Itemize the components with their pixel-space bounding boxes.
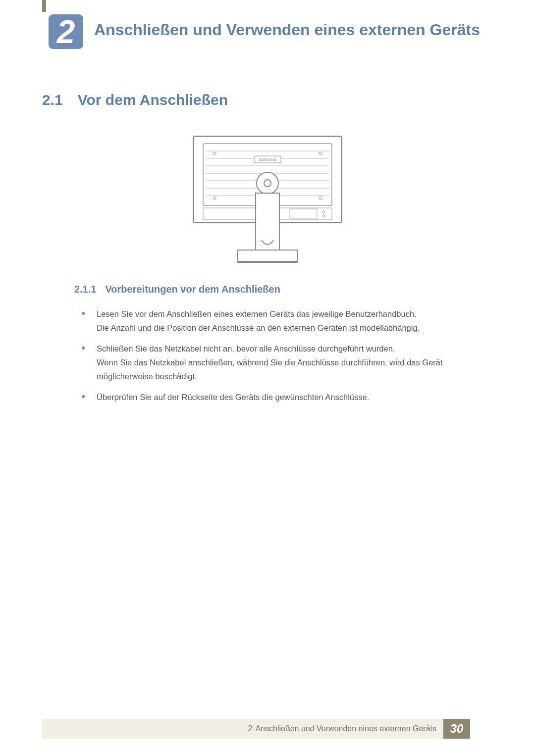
footer-chapter-ref: 2 <box>248 724 253 733</box>
svg-rect-17 <box>290 209 317 219</box>
list-item: Schließen Sie das Netzkabel nicht an, be… <box>82 342 485 383</box>
footer-page-number: 30 <box>443 719 470 739</box>
document-page: 2 Anschließen und Verwenden eines extern… <box>0 0 535 756</box>
bullet-main: Schließen Sie das Netzkabel nicht an, be… <box>97 344 395 353</box>
list-item: Überprüfen Sie auf der Rückseite des Ger… <box>82 390 485 404</box>
list-item: Lesen Sie vor dem Anschließen eines exte… <box>82 307 485 335</box>
section-title: Vor dem Anschließen <box>78 92 228 108</box>
footer-bar: 2 Anschließen und Verwenden eines extern… <box>42 719 443 739</box>
svg-rect-21 <box>238 250 297 262</box>
svg-rect-20 <box>256 193 279 250</box>
bullet-sub: Die Anzahl und die Position der Anschlüs… <box>97 321 485 335</box>
chapter-number: 2 <box>57 15 75 48</box>
chapter-title: Anschließen und Verwenden eines externen… <box>94 20 495 40</box>
chapter-badge: 2 <box>46 12 86 51</box>
section-heading: 2.1Vor dem Anschließen <box>42 92 490 108</box>
svg-point-13 <box>319 152 322 155</box>
svg-point-18 <box>322 211 325 213</box>
subsection-heading: 2.1.1Vorbereitungen vor dem Anschließen <box>74 284 490 295</box>
svg-point-19 <box>322 215 325 217</box>
section-number: 2.1 <box>42 92 63 108</box>
svg-point-10 <box>257 172 278 194</box>
bullet-main: Überprüfen Sie auf der Rückseite des Ger… <box>97 393 369 402</box>
figure-monitor-rear: SAMSUNG <box>0 134 535 269</box>
footer-chapter-title: Anschließen und Verwenden eines externen… <box>255 724 436 733</box>
bullet-main: Lesen Sie vor dem Anschließen eines exte… <box>97 309 417 318</box>
subsection-number: 2.1.1 <box>74 284 96 295</box>
monitor-rear-icon: SAMSUNG <box>191 134 344 267</box>
svg-point-14 <box>213 197 216 200</box>
monitor-brand-label: SAMSUNG <box>259 158 276 161</box>
page-footer: 2 Anschließen und Verwenden eines extern… <box>42 719 535 739</box>
bullet-list: Lesen Sie vor dem Anschließen eines exte… <box>82 307 485 411</box>
svg-point-12 <box>213 152 216 155</box>
bullet-sub: Wenn Sie das Netzkabel anschließen, währ… <box>97 355 485 383</box>
subsection-title: Vorbereitungen vor dem Anschließen <box>105 284 280 295</box>
svg-point-15 <box>319 197 322 200</box>
header-accent-bar <box>42 0 46 12</box>
